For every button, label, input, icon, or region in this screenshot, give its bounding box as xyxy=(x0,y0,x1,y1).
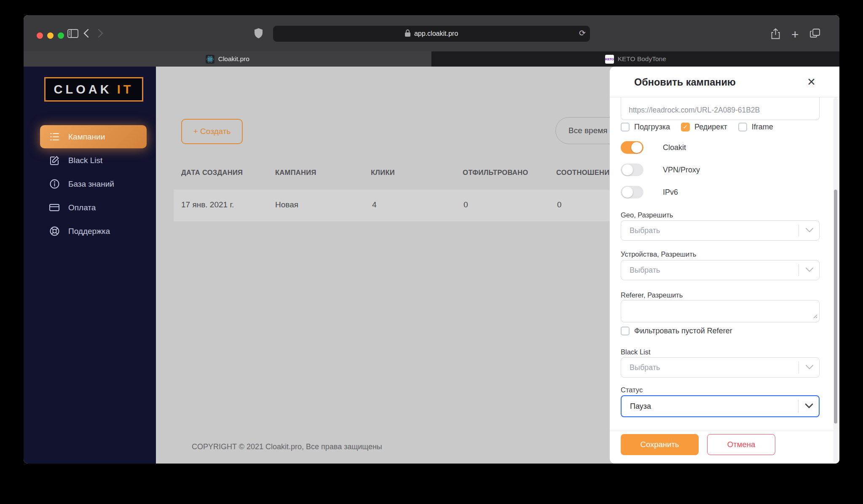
toggle-group: Cloakit VPN/Proxy IPv6 xyxy=(621,141,820,198)
sidebar-item-label: Оплата xyxy=(68,203,96,212)
list-icon xyxy=(49,131,60,142)
sidebar-item-label: Кампании xyxy=(68,132,105,142)
browser-toolbar: app.cloakit.pro ⟳ + xyxy=(24,15,839,51)
create-campaign-button[interactable]: + Создать xyxy=(181,119,243,144)
blacklist-select[interactable]: Выбрать xyxy=(621,357,820,378)
lock-icon xyxy=(405,29,410,38)
modal-scrollbar-thumb[interactable] xyxy=(834,190,837,424)
select-separator xyxy=(798,400,799,413)
checkbox-iframe[interactable]: Iframe xyxy=(738,123,773,131)
zoom-window-button[interactable] xyxy=(58,32,64,39)
sidebar-item-blacklist[interactable]: Black List xyxy=(40,149,147,172)
support-icon xyxy=(49,226,60,237)
toggle-knob xyxy=(622,164,633,175)
save-button[interactable]: Сохранить xyxy=(621,434,699,455)
reload-icon[interactable]: ⟳ xyxy=(579,28,586,38)
tab-cloakit[interactable]: Cloakit.pro xyxy=(24,51,432,67)
cell-date: 17 янв. 2021 г. xyxy=(181,200,234,209)
tab-label: Cloakit.pro xyxy=(218,55,249,63)
cell-filtered: 0 xyxy=(464,200,468,209)
select-placeholder: Выбрать xyxy=(630,266,660,275)
column-header-ratio: СООТНОШЕНИ xyxy=(556,169,609,177)
new-tab-button[interactable]: + xyxy=(791,27,799,42)
select-separator xyxy=(799,225,799,236)
toggle-row-ipv6: IPv6 xyxy=(621,186,820,198)
sidebar-toggle-icon[interactable] xyxy=(67,29,78,40)
geo-label: Geo, Разрешить xyxy=(621,211,820,219)
toggle-label: Cloakit xyxy=(663,143,686,152)
checkbox-icon[interactable] xyxy=(621,327,630,335)
url-text: app.cloakit.pro xyxy=(414,30,458,38)
sidebar-item-campaigns[interactable]: Кампании xyxy=(40,125,147,148)
status-label: Статус xyxy=(621,386,820,394)
checkbox-label: Iframe xyxy=(752,123,773,131)
column-header-date: ДАТА СОЗДАНИЯ xyxy=(181,169,243,177)
cell-clicks: 4 xyxy=(372,200,377,209)
ipv6-toggle[interactable] xyxy=(621,186,643,198)
app-sidebar: CLOAK IT Кампании xyxy=(24,67,156,464)
sidebar-item-label: Поддержка xyxy=(68,227,110,236)
react-favicon xyxy=(206,55,214,64)
referer-textarea[interactable] xyxy=(621,300,820,322)
cloakit-toggle[interactable] xyxy=(621,141,643,154)
checkbox-icon[interactable] xyxy=(621,123,630,131)
checkbox-icon[interactable] xyxy=(738,123,747,131)
select-value: Пауза xyxy=(630,402,651,411)
vpn-proxy-toggle[interactable] xyxy=(621,164,643,176)
back-button[interactable] xyxy=(83,29,89,40)
sidebar-item-payment[interactable]: Оплата xyxy=(40,196,147,219)
toggle-row-vpn: VPN/Proxy xyxy=(621,164,820,176)
edit-icon xyxy=(49,155,60,166)
resize-handle-icon[interactable] xyxy=(812,313,817,320)
chevron-down-icon xyxy=(805,227,814,234)
checkbox-podgruzka[interactable]: Подгрузка xyxy=(621,123,670,131)
campaign-url-input[interactable]: https://leadrock.com/URL-2A089-61B2B xyxy=(621,97,820,120)
cancel-button[interactable]: Отмена xyxy=(707,434,775,455)
checkbox-label: Фильтровать пустой Referer xyxy=(634,327,732,335)
sidebar-item-label: Black List xyxy=(68,156,102,165)
blacklist-label: Black List xyxy=(621,348,820,356)
toggle-label: IPv6 xyxy=(663,188,678,197)
chevron-down-icon xyxy=(805,364,814,371)
select-placeholder: Выбрать xyxy=(630,226,660,235)
minimize-window-button[interactable] xyxy=(47,32,54,39)
tab-label: KETO BodyTone xyxy=(618,55,666,63)
devices-select[interactable]: Выбрать xyxy=(621,260,820,280)
address-bar[interactable]: app.cloakit.pro ⟳ xyxy=(273,26,590,42)
filter-referer-row: Фильтровать пустой Referer xyxy=(621,326,820,335)
devices-label: Устройства, Разрешить xyxy=(621,250,820,258)
logo-text-cloak: CLOAK xyxy=(54,83,112,97)
sidebar-item-support[interactable]: Поддержка xyxy=(40,220,147,243)
keto-favicon: KETO xyxy=(605,55,614,64)
status-select[interactable]: Пауза xyxy=(621,395,820,417)
checkbox-label: Редирект xyxy=(694,123,727,131)
sidebar-item-label: База знаний xyxy=(68,180,114,189)
close-window-button[interactable] xyxy=(37,32,43,39)
checkbox-checked-icon[interactable]: ✓ xyxy=(681,123,690,131)
sidebar-item-knowledge[interactable]: База знаний xyxy=(40,172,147,196)
referer-label: Referer, Разрешить xyxy=(621,291,820,299)
tab-keto[interactable]: KETO KETO BodyTone xyxy=(432,51,840,67)
select-placeholder: Выбрать xyxy=(630,363,660,372)
cell-campaign: Новая xyxy=(275,200,298,209)
share-icon[interactable] xyxy=(771,28,780,41)
column-header-campaign: КАМПАНИЯ xyxy=(275,169,316,177)
select-separator xyxy=(799,362,799,373)
cell-ratio: 0 xyxy=(557,200,562,209)
geo-select[interactable]: Выбрать xyxy=(621,220,820,241)
update-campaign-modal: Обновить кампанию ✕ https://leadrock.com… xyxy=(610,67,839,464)
checkbox-redirect[interactable]: ✓ Редирект xyxy=(681,123,727,131)
chevron-down-icon xyxy=(805,402,813,410)
card-icon xyxy=(49,202,60,213)
cloakit-logo: CLOAK IT xyxy=(44,77,143,102)
tab-overview-icon[interactable] xyxy=(810,29,820,40)
modal-scroll-area[interactable]: https://leadrock.com/URL-2A089-61B2B Под… xyxy=(610,97,839,464)
checkbox-filter-empty-referer[interactable]: Фильтровать пустой Referer xyxy=(621,327,732,335)
close-icon[interactable]: ✕ xyxy=(807,76,816,88)
column-header-clicks: КЛИКИ xyxy=(371,169,395,177)
forward-button[interactable] xyxy=(98,29,103,40)
toggle-row-cloakit: Cloakit xyxy=(621,141,820,154)
logo-text-it: IT xyxy=(117,83,134,97)
privacy-shield-icon[interactable] xyxy=(255,28,263,40)
toggle-label: VPN/Proxy xyxy=(663,166,700,174)
